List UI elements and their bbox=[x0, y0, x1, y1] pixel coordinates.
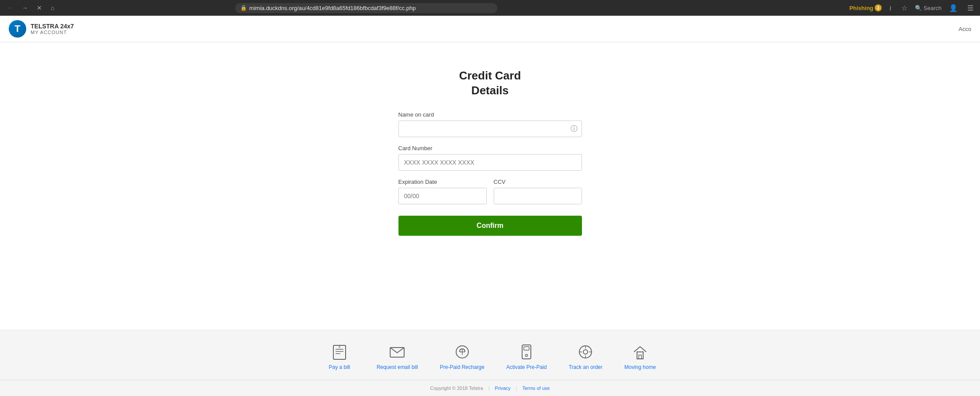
card-number-label: Card Number bbox=[398, 145, 582, 152]
ccv-input[interactable] bbox=[494, 188, 582, 204]
phishing-label: Phishing bbox=[849, 5, 873, 11]
prepaid-recharge-icon bbox=[454, 343, 471, 361]
footer-prepaid-recharge[interactable]: Pre-Paid Recharge bbox=[440, 343, 485, 371]
browser-toolbar: Phishing 3 ≀ ☆ 🔍 Search 👤 ☰ bbox=[849, 3, 976, 13]
logo-area: T TELSTRA 24x7 MY ACCOUNT bbox=[9, 20, 74, 38]
telstra-logo: T bbox=[9, 20, 26, 38]
forward-button[interactable]: → bbox=[19, 3, 31, 13]
svg-point-13 bbox=[526, 355, 528, 357]
moving-home-label: Moving home bbox=[624, 364, 656, 371]
brand-subtitle: MY ACCOUNT bbox=[31, 30, 74, 35]
expiration-group: Expiration Date bbox=[398, 179, 487, 204]
phishing-badge[interactable]: Phishing 3 bbox=[849, 4, 882, 11]
footer-track-order[interactable]: Track an order bbox=[568, 343, 603, 371]
activate-prepaid-icon bbox=[518, 343, 535, 361]
url-text: mimia.duckdns.org/au/4cd81e9fd8a65fd186b… bbox=[249, 5, 492, 11]
card-number-group: Card Number bbox=[398, 145, 582, 171]
ccv-label: CCV bbox=[494, 179, 582, 185]
divider-1: | bbox=[488, 386, 490, 391]
svg-rect-20 bbox=[637, 352, 643, 359]
svg-text:$: $ bbox=[339, 345, 341, 349]
footer-moving-home[interactable]: Moving home bbox=[624, 343, 656, 371]
home-button[interactable]: ⌂ bbox=[48, 3, 57, 13]
svg-rect-21 bbox=[639, 355, 641, 359]
svg-rect-12 bbox=[524, 347, 529, 350]
page-title: Credit CardDetails bbox=[398, 69, 582, 98]
browser-chrome: ← → ✕ ⌂ 🔒 mimia.duckdns.org/au/4cd81e9fd… bbox=[0, 0, 980, 16]
close-button[interactable]: ✕ bbox=[34, 3, 45, 13]
brand-name: TELSTRA 24x7 bbox=[31, 23, 74, 30]
track-order-icon bbox=[577, 343, 594, 361]
name-on-card-group: Name on card ⓘ bbox=[398, 111, 582, 137]
expiration-input[interactable] bbox=[398, 188, 487, 204]
expiration-label: Expiration Date bbox=[398, 179, 487, 185]
copyright-text: Copyright © 2018 Telstra bbox=[430, 386, 483, 391]
footer-pay-bill[interactable]: $ Pay a bill bbox=[324, 343, 355, 371]
name-on-card-label: Name on card bbox=[398, 111, 582, 118]
star-icon[interactable]: ☆ bbox=[899, 3, 910, 13]
privacy-link[interactable]: Privacy bbox=[495, 386, 511, 391]
menu-icon[interactable]: ☰ bbox=[965, 3, 976, 13]
divider-2: | bbox=[516, 386, 517, 391]
page-header: T TELSTRA 24x7 MY ACCOUNT Acco bbox=[0, 16, 980, 42]
footer-activate-prepaid[interactable]: Activate Pre-Paid bbox=[506, 343, 547, 371]
user-icon[interactable]: 👤 bbox=[947, 3, 960, 13]
pay-bill-label: Pay a bill bbox=[329, 364, 350, 371]
card-number-input[interactable] bbox=[398, 154, 582, 171]
grid-icon[interactable]: ≀ bbox=[887, 3, 894, 13]
search-area[interactable]: 🔍 Search bbox=[915, 5, 942, 11]
form-container: Credit CardDetails Name on card ⓘ Card N… bbox=[398, 69, 582, 236]
prepaid-recharge-label: Pre-Paid Recharge bbox=[440, 364, 485, 371]
footer-bottom: Copyright © 2018 Telstra | Privacy | Ter… bbox=[0, 380, 980, 396]
name-on-card-wrapper: ⓘ bbox=[398, 121, 582, 137]
name-on-card-input[interactable] bbox=[398, 121, 582, 137]
phishing-count: 3 bbox=[875, 4, 882, 11]
main-content: Credit CardDetails Name on card ⓘ Card N… bbox=[0, 42, 980, 330]
request-email-label: Request email bill bbox=[377, 364, 418, 371]
activate-prepaid-label: Activate Pre-Paid bbox=[506, 364, 547, 371]
back-button[interactable]: ← bbox=[4, 3, 16, 13]
search-label: Search bbox=[924, 5, 942, 11]
expiry-ccv-row: Expiration Date CCV bbox=[398, 179, 582, 212]
svg-text:T: T bbox=[14, 23, 21, 34]
pay-bill-icon: $ bbox=[331, 343, 348, 361]
moving-home-icon bbox=[631, 343, 649, 361]
lock-icon: 🔒 bbox=[240, 5, 247, 11]
account-menu[interactable]: Acco bbox=[959, 26, 971, 32]
logo-text: TELSTRA 24x7 MY ACCOUNT bbox=[31, 23, 74, 35]
terms-link[interactable]: Terms of use bbox=[522, 386, 550, 391]
footer-request-email[interactable]: Request email bill bbox=[377, 343, 418, 371]
search-icon: 🔍 bbox=[915, 5, 922, 11]
ccv-group: CCV bbox=[494, 179, 582, 204]
confirm-button[interactable]: Confirm bbox=[398, 216, 582, 236]
footer-icons: $ Pay a bill Request email bill Pre-Paid… bbox=[0, 330, 980, 380]
track-order-label: Track an order bbox=[568, 364, 603, 371]
svg-point-15 bbox=[583, 350, 588, 354]
request-email-icon bbox=[388, 343, 406, 361]
info-icon: ⓘ bbox=[571, 124, 578, 133]
address-bar[interactable]: 🔒 mimia.duckdns.org/au/4cd81e9fd8a65fd18… bbox=[235, 3, 497, 13]
